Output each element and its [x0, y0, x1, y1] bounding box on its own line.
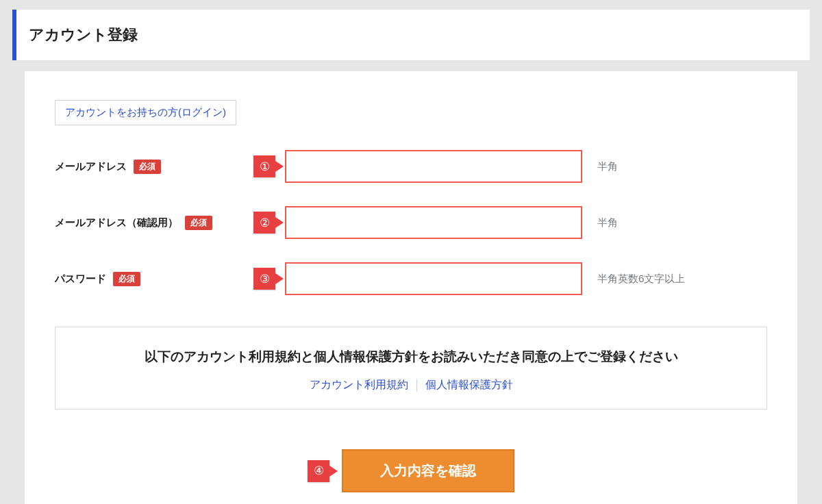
submit-button-label: 入力内容を確認 [380, 463, 476, 478]
hint-password: 半角英数6文字以上 [597, 273, 685, 286]
required-badge: 必須 [113, 272, 140, 286]
row-email-confirm: メールアドレス（確認用） 必須 ② 半角 [55, 206, 767, 239]
callout-arrow-icon [275, 273, 284, 284]
email-input[interactable] [285, 150, 582, 183]
email-confirm-input[interactable] [285, 206, 582, 239]
label-password: パスワード [55, 273, 106, 286]
form-panel: アカウントをお持ちの方(ログイン) メールアドレス 必須 ① 半角 [25, 71, 797, 504]
login-link[interactable]: アカウントをお持ちの方(ログイン) [55, 100, 236, 125]
hint-email: 半角 [597, 160, 618, 173]
required-badge: 必須 [185, 216, 212, 230]
callout-arrow-icon [275, 161, 284, 172]
terms-box: 以下のアカウント利用規約と個人情報保護方針をお読みいただき同意の上でご登録くださ… [55, 327, 767, 410]
submit-button[interactable]: 入力内容を確認 [342, 449, 514, 492]
terms-heading: 以下のアカウント利用規約と個人情報保護方針をお読みいただき同意の上でご登録くださ… [69, 348, 753, 366]
header-panel: アカウント登録 [12, 10, 810, 61]
page-title: アカウント登録 [29, 25, 797, 45]
callout-3: ③ [253, 268, 284, 290]
callout-4-number: ④ [308, 460, 329, 482]
label-email-confirm: メールアドレス（確認用） [55, 216, 178, 229]
header-divider [12, 61, 810, 62]
terms-link-privacy[interactable]: 個人情報保護方針 [417, 378, 521, 392]
callout-arrow-icon [329, 466, 338, 477]
callout-2-number: ② [253, 212, 275, 234]
callout-3-number: ③ [253, 268, 275, 290]
row-email: メールアドレス 必須 ① 半角 [55, 150, 767, 183]
login-link-label: アカウントをお持ちの方(ログイン) [65, 106, 226, 118]
callout-arrow-icon [275, 217, 284, 228]
label-email: メールアドレス [55, 160, 127, 173]
callout-1-number: ① [253, 155, 275, 177]
password-input[interactable] [285, 262, 582, 295]
callout-4: ④ [308, 460, 338, 482]
hint-email-confirm: 半角 [597, 216, 618, 229]
submit-row: ④ 入力内容を確認 [55, 449, 767, 492]
required-badge: 必須 [134, 160, 161, 174]
callout-2: ② [253, 212, 284, 234]
terms-link-tos[interactable]: アカウント利用規約 [301, 378, 416, 392]
callout-1: ① [253, 155, 284, 177]
row-password: パスワード 必須 ③ 半角英数6文字以上 [55, 262, 767, 295]
